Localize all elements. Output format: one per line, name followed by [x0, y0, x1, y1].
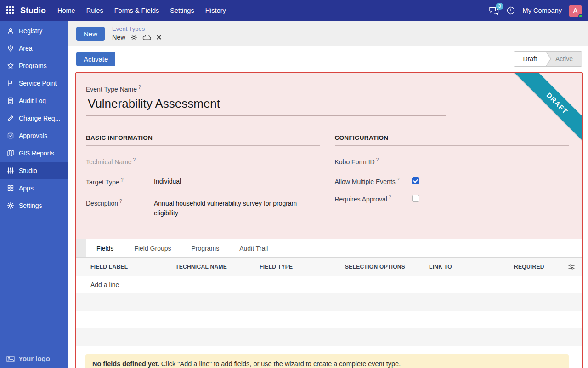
column-header-technical-name[interactable]: TECHNICAL NAME	[175, 264, 260, 270]
save-cloud-icon[interactable]	[142, 34, 151, 40]
column-header-field-type[interactable]: FIELD TYPE	[260, 264, 345, 270]
action-gear-icon[interactable]	[130, 34, 137, 41]
activities-clock-icon[interactable]	[506, 6, 515, 15]
sidebar-item-label: Settings	[19, 202, 42, 209]
help-marker: ?	[397, 177, 400, 182]
table-header-row: FIELD LABEL TECHNICAL NAME FIELD TYPE SE…	[76, 258, 582, 276]
sidebar-item-label: Area	[19, 45, 33, 52]
allow-multiple-events-label: Allow Multiple Events?	[335, 176, 408, 187]
sidebar-item-change-requests[interactable]: Change Req...	[0, 109, 68, 127]
sidebar-item-programs[interactable]: Programs	[0, 57, 68, 75]
event-type-name-input[interactable]	[86, 94, 446, 116]
sidebar-item-label: Approvals	[19, 132, 47, 139]
sidebar-item-settings[interactable]: Settings	[0, 197, 68, 214]
registry-person-icon	[6, 27, 14, 35]
menu-rules[interactable]: Rules	[81, 4, 108, 17]
technical-name-label: Technical Name?	[86, 156, 153, 166]
requires-approval-row: Requires Approval?	[335, 194, 569, 204]
form-sheet: DRAFT Event Type Name? BASIC INFORMATION…	[75, 72, 583, 368]
sidebar-item-area[interactable]: Area	[0, 40, 68, 57]
sliders-icon	[6, 167, 14, 175]
menu-settings[interactable]: Settings	[165, 4, 199, 17]
kobo-form-id-row: Kobo Form ID?	[335, 156, 569, 167]
sidebar-item-approvals[interactable]: Approvals	[0, 127, 68, 144]
column-header-required[interactable]: REQUIRED	[514, 264, 565, 270]
sidebar-item-label: Change Req...	[19, 115, 60, 122]
kobo-form-id-value[interactable]	[402, 156, 569, 167]
flag-pin-icon	[6, 80, 14, 87]
description-textarea[interactable]: Annual household vulnerability survey fo…	[153, 197, 320, 224]
sidebar-item-label: Apps	[19, 184, 34, 192]
column-header-selection-options[interactable]: SELECTION OPTIONS	[345, 264, 429, 270]
empty-table-row	[76, 311, 582, 328]
technical-name-value	[153, 156, 320, 167]
avatar-letter: A	[573, 7, 577, 14]
breadcrumb: Event Types New	[112, 25, 162, 42]
sidebar-item-label: Programs	[19, 62, 47, 69]
activate-button[interactable]: Activate	[76, 52, 115, 66]
sidebar-item-studio[interactable]: Studio	[0, 162, 68, 179]
sidebar-item-apps[interactable]: Apps	[0, 179, 68, 197]
status-step-active[interactable]: Active	[546, 52, 582, 66]
empty-table-row	[76, 328, 582, 346]
notice-body: Click "Add a line" to add fields, or use…	[159, 360, 401, 368]
tab-field-groups[interactable]: Field Groups	[124, 239, 181, 257]
sidebar-item-gis-reports[interactable]: GIS Reports	[0, 144, 68, 162]
pencil-icon	[6, 115, 14, 122]
notebook: Fields Field Groups Programs Audit Trail…	[76, 239, 582, 368]
target-type-input[interactable]	[154, 178, 319, 185]
optional-columns-icon[interactable]	[568, 263, 575, 270]
map-icon	[6, 150, 14, 157]
menu-forms-fields[interactable]: Forms & Fields	[109, 4, 164, 17]
configuration-section: CONFIGURATION Kobo Form ID? Allow Multip…	[335, 134, 569, 234]
discard-x-icon[interactable]	[156, 34, 162, 40]
status-step-draft[interactable]: Draft	[514, 52, 546, 66]
apps-grid-icon[interactable]	[6, 6, 15, 15]
description-label: Description?	[86, 197, 153, 207]
tab-fields[interactable]: Fields	[86, 239, 124, 257]
sidebar-item-label: GIS Reports	[19, 150, 54, 157]
description-row: Description? Annual household vulnerabil…	[86, 197, 320, 224]
new-button[interactable]: New	[76, 27, 105, 41]
allow-multiple-events-checkbox[interactable]	[412, 177, 419, 184]
notice-title: No fields defined yet.	[92, 360, 159, 368]
no-fields-notice: No fields defined yet. Click "Add a line…	[85, 354, 569, 368]
tab-bar: Fields Field Groups Programs Audit Trail	[76, 239, 582, 258]
messages-badge: 3	[496, 3, 503, 10]
help-marker: ?	[389, 195, 391, 200]
main-area: New Event Types New Activate	[68, 21, 588, 368]
sidebar-item-label: Studio	[19, 167, 37, 174]
top-menu: Home Rules Forms & Fields Settings Histo…	[52, 4, 231, 17]
tab-audit-trail[interactable]: Audit Trail	[229, 239, 278, 257]
breadcrumb-current: New	[112, 33, 125, 42]
help-marker: ?	[121, 178, 124, 183]
sidebar-item-label: Service Point	[19, 80, 57, 87]
app-name[interactable]: Studio	[20, 6, 46, 16]
messages-icon[interactable]: 3	[489, 6, 499, 15]
sidebar-item-audit-log[interactable]: Audit Log	[0, 92, 68, 109]
sidebar-item-registry[interactable]: Registry	[0, 22, 68, 40]
kobo-form-id-label: Kobo Form ID?	[335, 156, 402, 166]
image-icon	[6, 356, 15, 362]
menu-history[interactable]: History	[200, 4, 231, 17]
breadcrumb-bar: New Event Types New	[68, 21, 588, 46]
menu-home[interactable]: Home	[52, 4, 80, 17]
configuration-heading: CONFIGURATION	[335, 134, 569, 146]
grid-squares-icon	[6, 184, 14, 192]
add-a-line-link[interactable]: Add a line	[76, 276, 582, 293]
company-menu[interactable]: My Company	[523, 7, 562, 14]
user-avatar[interactable]: A	[569, 5, 582, 17]
check-square-icon	[6, 132, 14, 140]
allow-multiple-events-row: Allow Multiple Events?	[335, 176, 569, 187]
column-header-link-to[interactable]: LINK TO	[429, 264, 514, 270]
logo-text: Your logo	[18, 355, 50, 362]
tab-programs[interactable]: Programs	[181, 239, 230, 257]
column-header-field-label[interactable]: FIELD LABEL	[90, 264, 175, 270]
sidebar-item-service-point[interactable]: Service Point	[0, 75, 68, 92]
form-fields-area: Event Type Name? BASIC INFORMATION Techn…	[76, 73, 582, 239]
breadcrumb-parent-link[interactable]: Event Types	[112, 25, 162, 33]
sidebar: Registry Area Programs Service Point Aud…	[0, 21, 68, 368]
event-type-name-label: Event Type Name?	[86, 85, 569, 93]
requires-approval-checkbox[interactable]	[412, 195, 419, 202]
help-marker: ?	[138, 85, 141, 90]
